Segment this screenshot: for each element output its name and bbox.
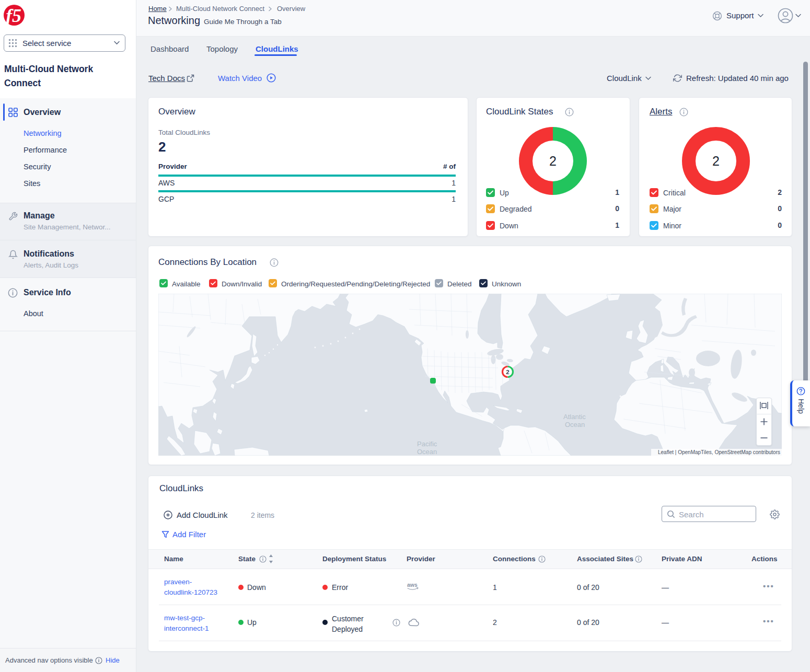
svg-text:Ocean: Ocean — [565, 421, 585, 428]
svg-text:2: 2 — [506, 369, 509, 375]
svg-text:Ocean: Ocean — [417, 448, 437, 456]
svg-text:Atlantic: Atlantic — [563, 413, 586, 421]
svg-text:aws: aws — [407, 582, 418, 588]
svg-text:2: 2 — [712, 154, 720, 168]
svg-text:2: 2 — [549, 154, 557, 168]
svg-text:Pacific: Pacific — [417, 440, 437, 448]
svg-text:f5: f5 — [6, 5, 21, 26]
